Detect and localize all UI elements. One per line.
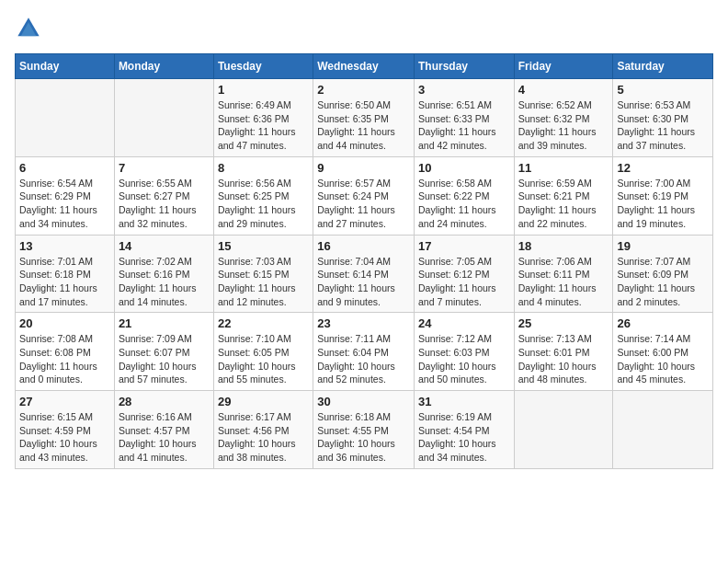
weekday-header-friday: Friday [514,54,613,79]
day-info: Sunrise: 7:08 AM Sunset: 6:08 PM Dayligh… [19,332,110,386]
day-number: 24 [418,316,510,330]
calendar-cell: 24Sunrise: 7:12 AM Sunset: 6:03 PM Dayli… [414,313,514,391]
calendar-cell: 1Sunrise: 6:49 AM Sunset: 6:36 PM Daylig… [213,79,313,157]
day-number: 2 [317,83,410,97]
calendar-cell: 30Sunrise: 6:18 AM Sunset: 4:55 PM Dayli… [313,391,415,469]
calendar-cell: 4Sunrise: 6:52 AM Sunset: 6:32 PM Daylig… [514,79,613,157]
day-info: Sunrise: 7:11 AM Sunset: 6:04 PM Dayligh… [317,332,410,386]
logo [15,15,46,42]
day-number: 3 [418,83,510,97]
calendar-cell: 13Sunrise: 7:01 AM Sunset: 6:18 PM Dayli… [16,235,115,313]
weekday-header-tuesday: Tuesday [213,54,313,79]
calendar-cell: 5Sunrise: 6:53 AM Sunset: 6:30 PM Daylig… [613,79,713,157]
day-info: Sunrise: 6:15 AM Sunset: 4:59 PM Dayligh… [19,410,110,465]
day-number: 20 [19,316,110,330]
day-number: 18 [518,239,609,253]
calendar-cell: 8Sunrise: 6:56 AM Sunset: 6:25 PM Daylig… [213,156,313,235]
weekday-header-monday: Monday [114,54,213,79]
calendar-cell: 12Sunrise: 7:00 AM Sunset: 6:19 PM Dayli… [613,156,713,235]
day-info: Sunrise: 6:50 AM Sunset: 6:35 PM Dayligh… [317,98,410,153]
calendar-cell: 3Sunrise: 6:51 AM Sunset: 6:33 PM Daylig… [414,79,514,157]
weekday-header-row: SundayMondayTuesdayWednesdayThursdayFrid… [16,54,713,79]
day-info: Sunrise: 6:19 AM Sunset: 4:54 PM Dayligh… [418,410,510,465]
calendar-cell [114,79,213,157]
day-number: 8 [218,161,309,175]
day-info: Sunrise: 7:03 AM Sunset: 6:15 PM Dayligh… [218,255,309,309]
weekday-header-thursday: Thursday [414,54,514,79]
day-info: Sunrise: 7:04 AM Sunset: 6:14 PM Dayligh… [317,255,410,309]
day-info: Sunrise: 7:01 AM Sunset: 6:18 PM Dayligh… [19,255,110,309]
day-number: 14 [119,239,210,253]
day-number: 1 [218,83,309,97]
calendar-cell [514,391,613,469]
day-number: 17 [418,239,510,253]
calendar-cell: 31Sunrise: 6:19 AM Sunset: 4:54 PM Dayli… [414,391,514,469]
day-info: Sunrise: 6:16 AM Sunset: 4:57 PM Dayligh… [119,410,210,465]
calendar-cell: 18Sunrise: 7:06 AM Sunset: 6:11 PM Dayli… [514,235,613,313]
day-number: 11 [518,161,609,175]
day-number: 16 [317,239,410,253]
week-row-1: 1Sunrise: 6:49 AM Sunset: 6:36 PM Daylig… [16,79,713,157]
day-number: 29 [218,395,309,408]
calendar-cell: 19Sunrise: 7:07 AM Sunset: 6:09 PM Dayli… [613,235,713,313]
day-number: 28 [119,395,210,408]
day-info: Sunrise: 7:00 AM Sunset: 6:19 PM Dayligh… [617,177,709,231]
calendar-cell: 11Sunrise: 6:59 AM Sunset: 6:21 PM Dayli… [514,156,613,235]
day-number: 13 [19,239,110,253]
calendar-cell: 9Sunrise: 6:57 AM Sunset: 6:24 PM Daylig… [313,156,415,235]
calendar-cell: 6Sunrise: 6:54 AM Sunset: 6:29 PM Daylig… [16,156,115,235]
day-info: Sunrise: 6:57 AM Sunset: 6:24 PM Dayligh… [317,177,410,231]
calendar-cell [16,79,115,157]
week-row-3: 13Sunrise: 7:01 AM Sunset: 6:18 PM Dayli… [16,235,713,313]
day-info: Sunrise: 7:07 AM Sunset: 6:09 PM Dayligh… [617,255,709,309]
calendar-cell: 15Sunrise: 7:03 AM Sunset: 6:15 PM Dayli… [213,235,313,313]
day-info: Sunrise: 6:51 AM Sunset: 6:33 PM Dayligh… [418,98,510,153]
calendar-cell: 29Sunrise: 6:17 AM Sunset: 4:56 PM Dayli… [213,391,313,469]
calendar-cell: 16Sunrise: 7:04 AM Sunset: 6:14 PM Dayli… [313,235,415,313]
calendar-cell: 14Sunrise: 7:02 AM Sunset: 6:16 PM Dayli… [114,235,213,313]
week-row-2: 6Sunrise: 6:54 AM Sunset: 6:29 PM Daylig… [16,156,713,235]
day-info: Sunrise: 6:49 AM Sunset: 6:36 PM Dayligh… [218,98,309,153]
day-info: Sunrise: 6:54 AM Sunset: 6:29 PM Dayligh… [19,177,110,231]
day-number: 12 [617,161,709,175]
calendar-cell: 26Sunrise: 7:14 AM Sunset: 6:00 PM Dayli… [613,313,713,391]
calendar-cell: 28Sunrise: 6:16 AM Sunset: 4:57 PM Dayli… [114,391,213,469]
weekday-header-wednesday: Wednesday [313,54,415,79]
day-info: Sunrise: 6:58 AM Sunset: 6:22 PM Dayligh… [418,177,510,231]
calendar-cell: 27Sunrise: 6:15 AM Sunset: 4:59 PM Dayli… [16,391,115,469]
day-info: Sunrise: 7:02 AM Sunset: 6:16 PM Dayligh… [119,255,210,309]
logo-icon [15,15,42,42]
day-number: 31 [418,395,510,408]
day-number: 21 [119,316,210,330]
weekday-header-saturday: Saturday [613,54,713,79]
calendar-cell: 7Sunrise: 6:55 AM Sunset: 6:27 PM Daylig… [114,156,213,235]
day-number: 19 [617,239,709,253]
day-number: 4 [518,83,609,97]
calendar-cell: 25Sunrise: 7:13 AM Sunset: 6:01 PM Dayli… [514,313,613,391]
calendar-cell: 20Sunrise: 7:08 AM Sunset: 6:08 PM Dayli… [16,313,115,391]
day-info: Sunrise: 6:17 AM Sunset: 4:56 PM Dayligh… [218,410,309,465]
day-info: Sunrise: 6:59 AM Sunset: 6:21 PM Dayligh… [518,177,609,231]
day-info: Sunrise: 7:10 AM Sunset: 6:05 PM Dayligh… [218,332,309,386]
day-number: 5 [617,83,709,97]
day-info: Sunrise: 6:53 AM Sunset: 6:30 PM Dayligh… [617,98,709,153]
week-row-5: 27Sunrise: 6:15 AM Sunset: 4:59 PM Dayli… [16,391,713,469]
calendar-cell: 17Sunrise: 7:05 AM Sunset: 6:12 PM Dayli… [414,235,514,313]
calendar-cell [613,391,713,469]
day-info: Sunrise: 7:12 AM Sunset: 6:03 PM Dayligh… [418,332,510,386]
day-number: 22 [218,316,309,330]
day-number: 9 [317,161,410,175]
weekday-header-sunday: Sunday [16,54,115,79]
page-header [15,15,713,42]
calendar-table: SundayMondayTuesdayWednesdayThursdayFrid… [15,53,713,469]
day-number: 30 [317,395,410,408]
calendar-cell: 10Sunrise: 6:58 AM Sunset: 6:22 PM Dayli… [414,156,514,235]
calendar-cell: 23Sunrise: 7:11 AM Sunset: 6:04 PM Dayli… [313,313,415,391]
calendar-cell: 22Sunrise: 7:10 AM Sunset: 6:05 PM Dayli… [213,313,313,391]
week-row-4: 20Sunrise: 7:08 AM Sunset: 6:08 PM Dayli… [16,313,713,391]
calendar-cell: 2Sunrise: 6:50 AM Sunset: 6:35 PM Daylig… [313,79,415,157]
day-number: 27 [19,395,110,408]
day-info: Sunrise: 7:14 AM Sunset: 6:00 PM Dayligh… [617,332,709,386]
day-number: 10 [418,161,510,175]
day-number: 15 [218,239,309,253]
